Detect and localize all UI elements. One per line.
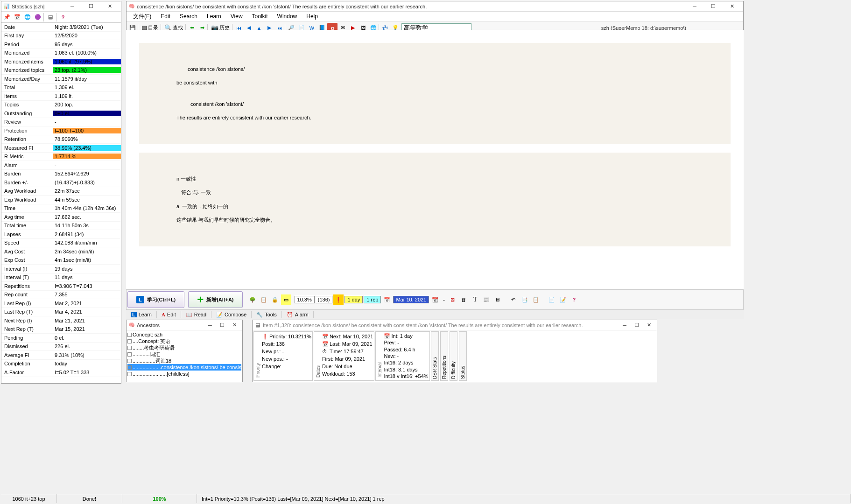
stats-row[interactable]: Items1,109 it. [1,92,121,101]
info-row[interactable]: Int18 v Int16: +54% [384,373,428,379]
tab-alarm[interactable]: ⏰Alarm [282,311,314,318]
info-row[interactable]: New pos.: - [262,355,311,362]
stats-row[interactable]: Outstanding0+0 el. [1,109,121,118]
stats-row[interactable]: Rep count7,355 [1,291,121,300]
stats-row[interactable]: RepetitionsI=3.906 T=7.043 [1,282,121,291]
format-icon[interactable]: T [470,294,480,305]
info-row[interactable]: ⏱Time: 17:59:47 [322,348,373,355]
tab-read[interactable]: 📖Read [181,311,211,318]
question-card[interactable]: consistence /kon sistons/ be consistent … [139,43,731,144]
close-button[interactable]: ✕ [723,2,741,11]
tree-item[interactable]: ........考虫考研英语 [127,344,241,351]
info-row[interactable]: Posit: 136 [262,340,311,347]
stats-row[interactable]: Avg Workload22m 37sec [1,187,121,196]
priority-icon[interactable]: ❗ [333,294,344,305]
info-row[interactable]: 📅Next: Mar 10, 2021 [322,333,373,340]
info-row[interactable]: Workload: 153 [322,370,373,377]
pin-icon[interactable]: 📌 [2,13,12,22]
stats-row[interactable]: Total time1d 11h 50m 3s [1,222,121,231]
maximize-button[interactable]: ☐ [631,321,643,330]
chart-icon[interactable]: 🟣 [33,13,42,22]
tab-edit[interactable]: AEdit [157,311,181,318]
stats-row[interactable]: Time1h 40m 44s (12h 42m 36s) [1,204,121,213]
template-icon[interactable]: 📰 [481,294,492,305]
minimize-button[interactable]: ─ [63,2,82,11]
menu-toolkit[interactable]: Toolkit [247,12,273,21]
stats-row[interactable]: Memorized/Day11.1579 it/day [1,75,121,84]
schedule-icon[interactable]: 📆 [430,294,440,305]
stats-row[interactable]: R-Metric1.7714 % [1,153,121,161]
list-icon[interactable]: ▤ [46,13,55,22]
stats-row[interactable]: Review- [1,118,121,127]
info-row[interactable]: Due: Not due [322,363,373,370]
stats-row[interactable]: Memorized1,083 el. (100.0%) [1,49,121,58]
info-row[interactable]: Change: - [262,363,311,370]
learn-button[interactable]: L 学习(Ctrl+L) [127,291,184,308]
add-button[interactable]: + 新增(Alt+A) [188,291,242,308]
stats-row[interactable]: Exp Cost4m 1sec (min/it) [1,256,121,265]
tree-item[interactable]: ................词汇18 [127,357,241,364]
tree-checkbox[interactable] [127,365,132,370]
globe-icon[interactable]: 🌐 [23,13,32,22]
stats-row[interactable]: Avg time17.662 sec. [1,213,121,222]
stats-row[interactable]: Memorized topics23 top. (2.1%) [1,66,121,75]
stats-row[interactable]: Retention78.9060% [1,135,121,144]
info-row[interactable]: 📅Int: 1 day [384,333,428,339]
stats-row[interactable]: First day12/5/2020 [1,32,121,41]
stats-row[interactable]: A-FactorI=5.02 T=1.333 [1,368,121,377]
menu-search[interactable]: Search [175,12,202,21]
menu-help[interactable]: Help [302,12,323,21]
stats-row[interactable]: ProtectionI=100 T=100 [1,126,121,135]
stats-row[interactable]: Period95 days [1,40,121,49]
minimize-button[interactable]: ─ [204,321,216,330]
tree-checkbox[interactable] [127,352,132,357]
stats-row[interactable]: Dismissed226 el. [1,343,121,351]
interval-badge[interactable]: 1 day [345,296,363,303]
stats-row[interactable]: Topics200 top. [1,101,121,110]
stats-row[interactable]: Next Rep (I)Mar 21, 2021 [1,316,121,325]
menu-文件(f)[interactable]: 文件(F) [128,12,156,21]
date-badge[interactable]: Mar 10, 2021 [393,296,429,303]
tree-checkbox[interactable] [127,359,132,363]
tree-checkbox[interactable] [127,372,132,376]
tree-item[interactable]: ....Concept: 英语 [127,338,241,344]
stats-row[interactable]: Alarm- [1,161,121,170]
stats-titlebar[interactable]: 📊 Statistics [szh] ─ ☐ ✕ [1,1,121,12]
stats-row[interactable]: Avg Cost2m 34sec (min/it) [1,247,121,256]
copy-icon[interactable]: 📋 [259,294,269,305]
main-titlebar[interactable]: 🧠 consistence /kon sistons/ be consisten… [127,1,743,12]
stats-row[interactable]: Exp Workload44m 59sec [1,196,121,204]
calendar-icon[interactable]: 📅 [13,13,22,22]
ancestors-titlebar[interactable]: 🧠 Ancestors ─ ☐ ✕ [127,320,242,330]
answer-card[interactable]: n.一致性 符合;与..一致 a. 一致的，始终如一的 这些结果 与我们早些时候… [139,153,731,246]
help-icon[interactable]: ? [569,294,579,305]
menu-view[interactable]: View [226,12,247,21]
lock-icon[interactable]: 🔒 [270,294,280,305]
tree-item[interactable]: Concept: szh [127,331,241,338]
menu-window[interactable]: Window [273,12,302,21]
item-titlebar[interactable]: ▤ Item #1,328: consistence /kon sistons/… [253,320,657,330]
info-row[interactable]: Int18: 3.1 days [384,366,428,372]
delete-icon[interactable]: 🗑 [459,294,469,305]
tab-compose[interactable]: 📝Compose [211,311,252,318]
vtab-repetitions[interactable]: Repetitions [440,331,448,381]
close-button[interactable]: ✕ [100,2,119,11]
stats-row[interactable]: Measured FI38.99% (23.4%) [1,144,121,153]
stats-row[interactable]: Speed142.088 it/ann/min [1,239,121,248]
undo-icon[interactable]: ↶ [508,294,519,305]
count-badge[interactable]: (136) [316,296,333,303]
stats-row[interactable]: Total1,309 el. [1,84,121,92]
stats-row[interactable]: Interval (T)11 days [1,273,121,282]
stats-row[interactable]: DateNight: 3/9/2021 (Tue) [1,23,121,32]
edit-icon[interactable]: 📝 [558,294,568,305]
dismiss-icon[interactable]: ⊠ [448,294,458,305]
stats-row[interactable]: Burden152.864+2.629 [1,170,121,179]
paste-icon[interactable]: 📋 [531,294,541,305]
stats-row[interactable]: Last Rep (T)Mar 4, 2021 [1,308,121,317]
tree-icon[interactable]: 🌳 [247,294,258,305]
info-row[interactable]: Passed: 6.4 h [384,346,428,352]
tree-item[interactable]: ........................[childless] [127,371,241,377]
vtab-status[interactable]: Status [459,331,467,381]
info-row[interactable]: Prev: - [384,339,428,345]
tree-item[interactable]: ............词汇 [127,351,241,357]
